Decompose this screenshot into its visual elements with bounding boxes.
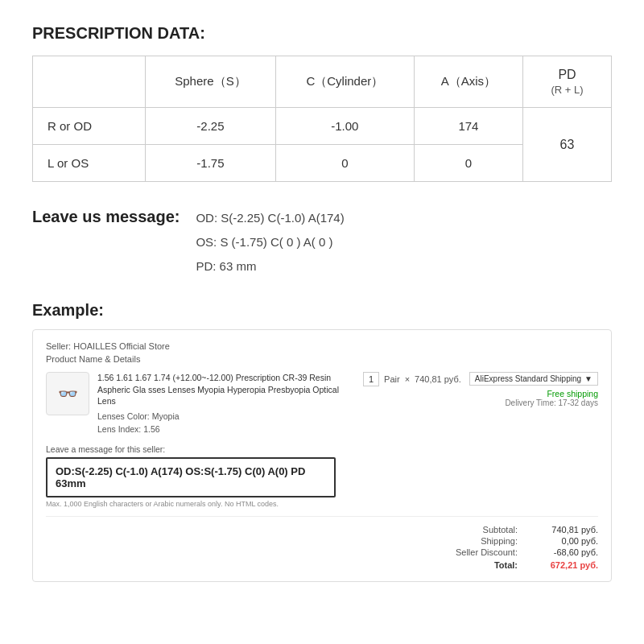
row-od-axis: 174 bbox=[414, 108, 522, 145]
message-box-input[interactable]: OD:S(-2.25) C(-1.0) A(174) OS:S(-1.75) C… bbox=[46, 457, 336, 497]
product-qty: 1 Pair × 740,81 руб. bbox=[363, 372, 461, 386]
message-box-hint: Max. 1,000 English characters or Arabic … bbox=[46, 500, 598, 508]
row-od-cylinder: -1.00 bbox=[275, 108, 414, 145]
lens-icon: 👓 bbox=[58, 384, 78, 403]
subtotal-value: 740,81 руб. bbox=[534, 525, 598, 535]
qty-unit: Pair bbox=[384, 374, 400, 384]
row-od-label: R or OD bbox=[33, 108, 146, 145]
lens-index-label: Lens Index: bbox=[97, 424, 141, 434]
prescription-table: Sphere（S） C（Cylinder） A（Axis） PD (R + L)… bbox=[32, 56, 612, 182]
message-line-3: PD: 63 mm bbox=[196, 254, 344, 279]
pd-value: 63 bbox=[560, 138, 575, 151]
shipping-select-container[interactable]: AliExpress Standard Shipping ▼ bbox=[469, 372, 598, 386]
seller-info: Seller: HOAILLES Official Store bbox=[46, 341, 598, 351]
header-sphere: Sphere（S） bbox=[146, 56, 276, 108]
product-row: 👓 1.56 1.61 1.67 1.74 (+12.00~-12.00) Pr… bbox=[46, 372, 598, 436]
lens-index-value: 1.56 bbox=[143, 424, 159, 434]
product-label: Product Name & Details bbox=[46, 354, 598, 364]
message-box-label: Leave a message for this seller: bbox=[46, 444, 598, 454]
row-od-sphere: -2.25 bbox=[146, 108, 276, 145]
row-os-axis: 0 bbox=[414, 145, 522, 182]
message-lines: OD: S(-2.25) C(-1.0) A(174) OS: S (-1.75… bbox=[196, 206, 344, 279]
divider bbox=[46, 516, 598, 517]
header-axis: A（Axis） bbox=[414, 56, 522, 108]
delivery-time-label: Delivery Time: 17-32 days bbox=[469, 398, 598, 407]
pd-cell: 63 bbox=[523, 108, 612, 182]
subtotal-label: Subtotal: bbox=[445, 525, 518, 535]
header-cylinder: C（Cylinder） bbox=[275, 56, 414, 108]
lens-color-value: Myopia bbox=[152, 411, 180, 421]
header-pd: PD (R + L) bbox=[523, 56, 612, 108]
pd-sublabel: (R + L) bbox=[551, 84, 583, 96]
prescription-section: PRESCRIPTION DATA: Sphere（S） C（Cylinder）… bbox=[32, 24, 612, 182]
message-label: Leave us message: bbox=[32, 206, 180, 226]
free-shipping-label: Free shipping bbox=[469, 389, 598, 398]
prescription-title: PRESCRIPTION DATA: bbox=[32, 24, 612, 43]
total-label: Total: bbox=[445, 560, 518, 570]
product-name: 1.56 1.61 1.67 1.74 (+12.00~-12.00) Pres… bbox=[97, 372, 355, 407]
message-box-container: Leave a message for this seller: OD:S(-2… bbox=[46, 444, 598, 508]
total-row: Total: 672,21 руб. bbox=[445, 560, 598, 570]
row-os-cylinder: 0 bbox=[275, 145, 414, 182]
header-empty bbox=[33, 56, 146, 108]
shipping-option: AliExpress Standard Shipping bbox=[475, 374, 581, 383]
message-line-2: OS: S (-1.75) C( 0 ) A( 0 ) bbox=[196, 230, 344, 254]
price-value: 740,81 руб. bbox=[415, 374, 461, 384]
shipping-row: Shipping: 0,00 руб. bbox=[445, 536, 598, 546]
row-os-sphere: -1.75 bbox=[146, 145, 276, 182]
example-box: Seller: HOAILLES Official Store Product … bbox=[32, 329, 612, 582]
product-details: 1.56 1.61 1.67 1.74 (+12.00~-12.00) Pres… bbox=[97, 372, 355, 436]
subtotal-row: Subtotal: 740,81 руб. bbox=[445, 525, 598, 535]
shipping-label: Shipping: bbox=[445, 536, 518, 546]
totals-section: Subtotal: 740,81 руб. Shipping: 0,00 руб… bbox=[46, 525, 598, 570]
total-value: 672,21 руб. bbox=[534, 560, 598, 570]
message-line-1: OD: S(-2.25) C(-1.0) A(174) bbox=[196, 206, 344, 230]
lens-props: Lenses Color: Myopia Lens Index: 1.56 bbox=[97, 411, 355, 436]
discount-label: Seller Discount: bbox=[445, 547, 518, 557]
message-section: Leave us message: OD: S(-2.25) C(-1.0) A… bbox=[32, 206, 612, 279]
row-od: R or OD -2.25 -1.00 174 63 bbox=[33, 108, 612, 145]
pd-label: PD bbox=[536, 68, 598, 82]
discount-row: Seller Discount: -68,60 руб. bbox=[445, 547, 598, 557]
example-section: Example: Seller: HOAILLES Official Store… bbox=[32, 301, 612, 582]
shipping-info: AliExpress Standard Shipping ▼ Free ship… bbox=[469, 372, 598, 407]
product-image: 👓 bbox=[46, 372, 89, 415]
qty-value: 1 bbox=[363, 372, 379, 386]
shipping-value: 0,00 руб. bbox=[534, 536, 598, 546]
row-os-label: L or OS bbox=[33, 145, 146, 182]
example-title: Example: bbox=[32, 301, 612, 320]
multiply-symbol: × bbox=[405, 374, 410, 384]
lens-color-label: Lenses Color: bbox=[97, 411, 150, 421]
discount-value: -68,60 руб. bbox=[534, 547, 598, 557]
dropdown-arrow-icon: ▼ bbox=[584, 374, 592, 383]
